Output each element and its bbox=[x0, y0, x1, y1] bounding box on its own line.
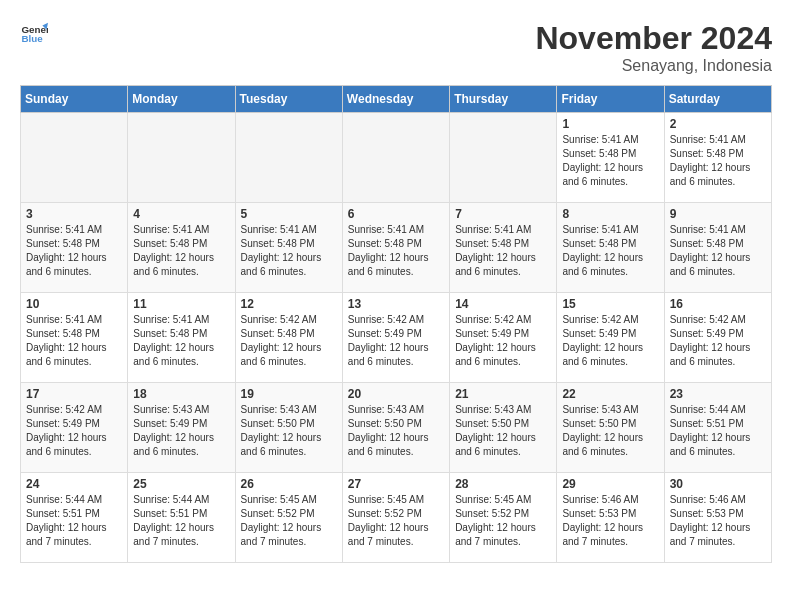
calendar-cell bbox=[21, 113, 128, 203]
calendar-cell: 19Sunrise: 5:43 AMSunset: 5:50 PMDayligh… bbox=[235, 383, 342, 473]
calendar-cell: 27Sunrise: 5:45 AMSunset: 5:52 PMDayligh… bbox=[342, 473, 449, 563]
day-number: 1 bbox=[562, 117, 658, 131]
calendar-cell: 8Sunrise: 5:41 AMSunset: 5:48 PMDaylight… bbox=[557, 203, 664, 293]
day-number: 23 bbox=[670, 387, 766, 401]
day-info: Sunrise: 5:42 AMSunset: 5:49 PMDaylight:… bbox=[26, 403, 122, 459]
calendar-cell: 14Sunrise: 5:42 AMSunset: 5:49 PMDayligh… bbox=[450, 293, 557, 383]
calendar-cell: 17Sunrise: 5:42 AMSunset: 5:49 PMDayligh… bbox=[21, 383, 128, 473]
day-info: Sunrise: 5:41 AMSunset: 5:48 PMDaylight:… bbox=[26, 223, 122, 279]
day-number: 30 bbox=[670, 477, 766, 491]
day-info: Sunrise: 5:43 AMSunset: 5:50 PMDaylight:… bbox=[562, 403, 658, 459]
calendar-cell: 9Sunrise: 5:41 AMSunset: 5:48 PMDaylight… bbox=[664, 203, 771, 293]
day-number: 5 bbox=[241, 207, 337, 221]
calendar-cell: 24Sunrise: 5:44 AMSunset: 5:51 PMDayligh… bbox=[21, 473, 128, 563]
day-number: 26 bbox=[241, 477, 337, 491]
day-number: 20 bbox=[348, 387, 444, 401]
calendar-cell bbox=[235, 113, 342, 203]
day-info: Sunrise: 5:42 AMSunset: 5:48 PMDaylight:… bbox=[241, 313, 337, 369]
day-info: Sunrise: 5:42 AMSunset: 5:49 PMDaylight:… bbox=[455, 313, 551, 369]
day-number: 10 bbox=[26, 297, 122, 311]
day-number: 16 bbox=[670, 297, 766, 311]
calendar-cell bbox=[128, 113, 235, 203]
calendar-cell: 16Sunrise: 5:42 AMSunset: 5:49 PMDayligh… bbox=[664, 293, 771, 383]
day-info: Sunrise: 5:44 AMSunset: 5:51 PMDaylight:… bbox=[26, 493, 122, 549]
day-info: Sunrise: 5:41 AMSunset: 5:48 PMDaylight:… bbox=[241, 223, 337, 279]
day-info: Sunrise: 5:45 AMSunset: 5:52 PMDaylight:… bbox=[455, 493, 551, 549]
day-number: 3 bbox=[26, 207, 122, 221]
calendar-cell: 26Sunrise: 5:45 AMSunset: 5:52 PMDayligh… bbox=[235, 473, 342, 563]
calendar-cell: 20Sunrise: 5:43 AMSunset: 5:50 PMDayligh… bbox=[342, 383, 449, 473]
day-number: 12 bbox=[241, 297, 337, 311]
calendar-cell: 4Sunrise: 5:41 AMSunset: 5:48 PMDaylight… bbox=[128, 203, 235, 293]
calendar-week-row: 1Sunrise: 5:41 AMSunset: 5:48 PMDaylight… bbox=[21, 113, 772, 203]
calendar-cell: 3Sunrise: 5:41 AMSunset: 5:48 PMDaylight… bbox=[21, 203, 128, 293]
day-info: Sunrise: 5:41 AMSunset: 5:48 PMDaylight:… bbox=[133, 223, 229, 279]
day-number: 14 bbox=[455, 297, 551, 311]
calendar-cell: 12Sunrise: 5:42 AMSunset: 5:48 PMDayligh… bbox=[235, 293, 342, 383]
calendar-cell: 23Sunrise: 5:44 AMSunset: 5:51 PMDayligh… bbox=[664, 383, 771, 473]
calendar-week-row: 17Sunrise: 5:42 AMSunset: 5:49 PMDayligh… bbox=[21, 383, 772, 473]
calendar-cell: 18Sunrise: 5:43 AMSunset: 5:49 PMDayligh… bbox=[128, 383, 235, 473]
day-number: 28 bbox=[455, 477, 551, 491]
day-number: 21 bbox=[455, 387, 551, 401]
day-info: Sunrise: 5:43 AMSunset: 5:50 PMDaylight:… bbox=[241, 403, 337, 459]
location: Senayang, Indonesia bbox=[535, 57, 772, 75]
day-info: Sunrise: 5:46 AMSunset: 5:53 PMDaylight:… bbox=[562, 493, 658, 549]
day-info: Sunrise: 5:44 AMSunset: 5:51 PMDaylight:… bbox=[133, 493, 229, 549]
day-info: Sunrise: 5:45 AMSunset: 5:52 PMDaylight:… bbox=[348, 493, 444, 549]
day-number: 22 bbox=[562, 387, 658, 401]
day-number: 8 bbox=[562, 207, 658, 221]
day-number: 15 bbox=[562, 297, 658, 311]
day-number: 4 bbox=[133, 207, 229, 221]
calendar-cell: 7Sunrise: 5:41 AMSunset: 5:48 PMDaylight… bbox=[450, 203, 557, 293]
month-title: November 2024 bbox=[535, 20, 772, 57]
calendar-cell bbox=[342, 113, 449, 203]
day-number: 6 bbox=[348, 207, 444, 221]
day-info: Sunrise: 5:41 AMSunset: 5:48 PMDaylight:… bbox=[562, 223, 658, 279]
logo-icon: General Blue bbox=[20, 20, 48, 48]
calendar-cell: 15Sunrise: 5:42 AMSunset: 5:49 PMDayligh… bbox=[557, 293, 664, 383]
weekday-header: Monday bbox=[128, 86, 235, 113]
day-info: Sunrise: 5:42 AMSunset: 5:49 PMDaylight:… bbox=[670, 313, 766, 369]
day-number: 25 bbox=[133, 477, 229, 491]
svg-text:Blue: Blue bbox=[21, 33, 43, 44]
day-info: Sunrise: 5:43 AMSunset: 5:50 PMDaylight:… bbox=[455, 403, 551, 459]
day-info: Sunrise: 5:43 AMSunset: 5:50 PMDaylight:… bbox=[348, 403, 444, 459]
day-info: Sunrise: 5:41 AMSunset: 5:48 PMDaylight:… bbox=[26, 313, 122, 369]
day-info: Sunrise: 5:43 AMSunset: 5:49 PMDaylight:… bbox=[133, 403, 229, 459]
calendar-cell: 21Sunrise: 5:43 AMSunset: 5:50 PMDayligh… bbox=[450, 383, 557, 473]
calendar-cell bbox=[450, 113, 557, 203]
header-row: SundayMondayTuesdayWednesdayThursdayFrid… bbox=[21, 86, 772, 113]
day-info: Sunrise: 5:41 AMSunset: 5:48 PMDaylight:… bbox=[670, 223, 766, 279]
calendar-week-row: 10Sunrise: 5:41 AMSunset: 5:48 PMDayligh… bbox=[21, 293, 772, 383]
weekday-header: Friday bbox=[557, 86, 664, 113]
day-number: 24 bbox=[26, 477, 122, 491]
calendar-week-row: 3Sunrise: 5:41 AMSunset: 5:48 PMDaylight… bbox=[21, 203, 772, 293]
day-info: Sunrise: 5:41 AMSunset: 5:48 PMDaylight:… bbox=[348, 223, 444, 279]
day-info: Sunrise: 5:41 AMSunset: 5:48 PMDaylight:… bbox=[455, 223, 551, 279]
day-info: Sunrise: 5:41 AMSunset: 5:48 PMDaylight:… bbox=[133, 313, 229, 369]
day-number: 11 bbox=[133, 297, 229, 311]
day-number: 2 bbox=[670, 117, 766, 131]
day-number: 7 bbox=[455, 207, 551, 221]
calendar-cell: 13Sunrise: 5:42 AMSunset: 5:49 PMDayligh… bbox=[342, 293, 449, 383]
calendar-cell: 22Sunrise: 5:43 AMSunset: 5:50 PMDayligh… bbox=[557, 383, 664, 473]
calendar-cell: 10Sunrise: 5:41 AMSunset: 5:48 PMDayligh… bbox=[21, 293, 128, 383]
day-number: 18 bbox=[133, 387, 229, 401]
calendar-cell: 5Sunrise: 5:41 AMSunset: 5:48 PMDaylight… bbox=[235, 203, 342, 293]
day-info: Sunrise: 5:44 AMSunset: 5:51 PMDaylight:… bbox=[670, 403, 766, 459]
day-number: 9 bbox=[670, 207, 766, 221]
calendar-week-row: 24Sunrise: 5:44 AMSunset: 5:51 PMDayligh… bbox=[21, 473, 772, 563]
day-number: 29 bbox=[562, 477, 658, 491]
logo: General Blue bbox=[20, 20, 48, 48]
weekday-header: Sunday bbox=[21, 86, 128, 113]
calendar-table: SundayMondayTuesdayWednesdayThursdayFrid… bbox=[20, 85, 772, 563]
weekday-header: Tuesday bbox=[235, 86, 342, 113]
calendar-cell: 1Sunrise: 5:41 AMSunset: 5:48 PMDaylight… bbox=[557, 113, 664, 203]
day-info: Sunrise: 5:41 AMSunset: 5:48 PMDaylight:… bbox=[670, 133, 766, 189]
day-number: 17 bbox=[26, 387, 122, 401]
day-number: 27 bbox=[348, 477, 444, 491]
calendar-cell: 29Sunrise: 5:46 AMSunset: 5:53 PMDayligh… bbox=[557, 473, 664, 563]
day-info: Sunrise: 5:46 AMSunset: 5:53 PMDaylight:… bbox=[670, 493, 766, 549]
calendar-cell: 2Sunrise: 5:41 AMSunset: 5:48 PMDaylight… bbox=[664, 113, 771, 203]
